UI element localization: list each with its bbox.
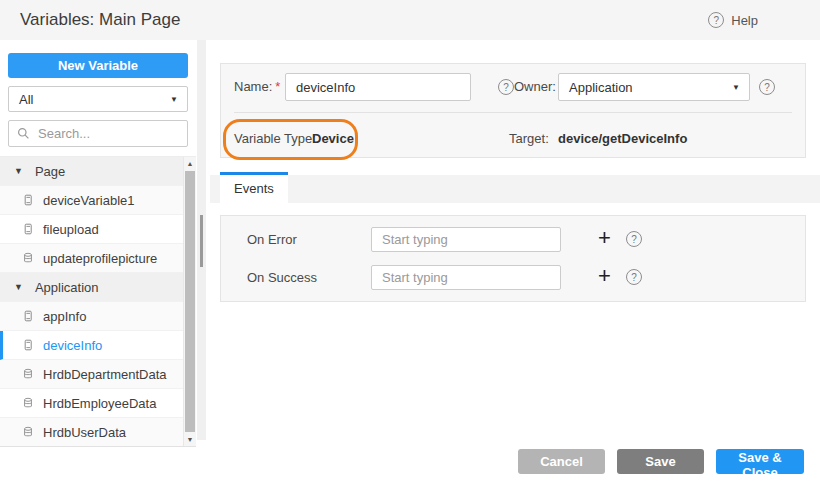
variables-dialog: Variables: Main Page ? Help New Variable… (0, 0, 820, 490)
tree-item-label: updateprofilepicture (43, 251, 157, 266)
form-divider (234, 112, 792, 113)
cancel-button[interactable]: Cancel (518, 449, 605, 474)
tree-item-appinfo[interactable]: appInfo (0, 302, 196, 331)
collapse-triangle-icon[interactable]: ▼ (14, 282, 23, 292)
panel-scrollbar-thumb[interactable] (200, 215, 203, 267)
tree-scrollbar-thumb[interactable] (185, 171, 195, 432)
service-variable-icon (22, 397, 34, 409)
chevron-down-icon: ▼ (732, 83, 740, 92)
events-panel: On Error + ? On Success + ? (220, 215, 806, 302)
help-icon: ? (708, 12, 724, 28)
tree-item-label: fileupload (43, 222, 99, 237)
filter-selected-value: All (19, 92, 33, 107)
tree-item-label: HrdbUserData (43, 425, 126, 440)
help-label: Help (731, 13, 758, 28)
owner-label: Owner:* (514, 73, 564, 101)
target-value: device/getDeviceInfo (558, 124, 687, 154)
search-input[interactable] (36, 125, 179, 142)
tree-item-label: appInfo (43, 309, 86, 324)
variable-type-value: Device (312, 124, 354, 154)
tree-group-application[interactable]: ▼ Application (0, 273, 196, 302)
save-and-close-button[interactable]: Save & Close (716, 449, 804, 474)
panel-scrollbar[interactable] (197, 40, 206, 440)
variables-sidebar: New Variable All ▼ ▼ Page deviceVariable… (0, 40, 196, 490)
tree-item-devicevariable1[interactable]: deviceVariable1 (0, 186, 196, 215)
name-help-icon[interactable]: ? (498, 79, 514, 95)
name-label: Name:* (234, 73, 280, 101)
tree-item-hrdbuserdata[interactable]: HrdbUserData (0, 418, 196, 446)
device-variable-icon (22, 310, 34, 322)
scroll-up-icon[interactable]: ▲ (184, 160, 196, 167)
page-title: Variables: Main Page (20, 0, 180, 40)
add-action-icon[interactable]: + (598, 262, 611, 290)
collapse-triangle-icon[interactable]: ▼ (14, 166, 23, 176)
tree-item-updateprofilepicture[interactable]: updateprofilepicture (0, 244, 196, 273)
add-action-icon[interactable]: + (598, 224, 611, 252)
on-success-row: On Success + ? (221, 265, 805, 290)
on-error-input[interactable] (371, 227, 561, 252)
tree-item-deviceinfo-selected[interactable]: deviceInfo (0, 331, 196, 360)
device-variable-icon (22, 194, 34, 206)
variable-filter-select[interactable]: All ▼ (8, 86, 188, 112)
chevron-down-icon: ▼ (170, 95, 178, 104)
tree-scrollbar[interactable]: ▲ ▼ (183, 157, 196, 446)
on-success-help-icon[interactable]: ? (626, 269, 642, 285)
variables-tree: ▼ Page deviceVariable1 fileupload update… (0, 156, 196, 447)
group-label: Application (35, 280, 99, 295)
tree-item-fileupload[interactable]: fileupload (0, 215, 196, 244)
service-variable-icon (22, 426, 34, 438)
on-success-label: On Success (247, 265, 317, 290)
on-error-label: On Error (247, 227, 297, 252)
save-button[interactable]: Save (617, 449, 704, 474)
new-variable-button[interactable]: New Variable (8, 53, 188, 78)
variable-properties-panel: Name:* ? Owner:* Application ▼ ? Variabl… (220, 63, 806, 158)
device-variable-icon (22, 339, 34, 351)
service-variable-icon (22, 368, 34, 380)
on-success-input[interactable] (371, 265, 561, 290)
tree-item-label: deviceVariable1 (43, 193, 135, 208)
tree-item-hrdbdepartmentdata[interactable]: HrdbDepartmentData (0, 360, 196, 389)
search-icon (17, 127, 30, 140)
tree-item-label: HrdbDepartmentData (43, 367, 167, 382)
help-link[interactable]: ? Help (708, 0, 758, 40)
group-label: Page (35, 164, 65, 179)
tree-item-label: HrdbEmployeeData (43, 396, 156, 411)
tree-group-page[interactable]: ▼ Page (0, 157, 196, 186)
tree-item-label: deviceInfo (43, 338, 102, 353)
dialog-header: Variables: Main Page ? Help (0, 0, 820, 40)
tab-bar (210, 175, 820, 203)
search-box[interactable] (8, 120, 188, 147)
tab-events[interactable]: Events (220, 172, 288, 203)
required-asterisk: * (275, 79, 280, 94)
variable-type-label: Variable Type: (234, 124, 316, 154)
name-input[interactable] (285, 73, 471, 101)
on-error-help-icon[interactable]: ? (626, 231, 642, 247)
service-variable-icon (22, 252, 34, 264)
owner-selected-value: Application (569, 80, 633, 95)
device-variable-icon (22, 223, 34, 235)
owner-help-icon[interactable]: ? (759, 79, 775, 95)
on-error-row: On Error + ? (221, 227, 805, 252)
scroll-down-icon[interactable]: ▼ (184, 436, 196, 443)
owner-select[interactable]: Application ▼ (558, 73, 750, 101)
tree-item-hrdbemployeedata[interactable]: HrdbEmployeeData (0, 389, 196, 418)
target-label: Target: (509, 124, 549, 154)
